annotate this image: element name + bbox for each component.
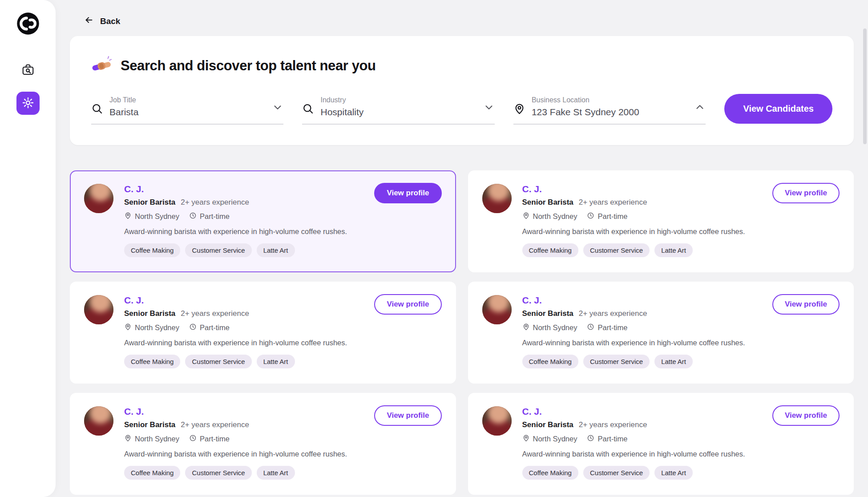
back-button[interactable]: Back <box>84 15 120 27</box>
sidebar-item-job-search[interactable] <box>16 59 40 82</box>
brand-logo[interactable] <box>16 12 40 36</box>
candidate-experience: 2+ years experience <box>579 420 647 429</box>
candidate-employment-type: Part-time <box>189 434 230 444</box>
skill-tag: Coffee Making <box>522 243 578 257</box>
brand-logo-icon <box>16 12 40 36</box>
sidebar-item-settings[interactable] <box>16 92 40 115</box>
candidate-skills: Coffee MakingCustomer ServiceLatte Art <box>124 466 442 480</box>
candidate-description: Award-winning barista with experience in… <box>124 450 442 458</box>
business-location-field[interactable]: Business Location 123 Fake St Sydney 200… <box>513 96 706 125</box>
location-pin-icon <box>522 323 530 332</box>
candidate-location: North Sydney <box>124 212 179 221</box>
scrollbar-thumb[interactable] <box>863 28 867 144</box>
chevron-up-icon[interactable] <box>694 101 706 115</box>
panel-heading: Search and discover top talent near you <box>91 55 832 77</box>
candidate-title: Senior Barista <box>522 198 573 207</box>
candidate-avatar <box>482 184 512 213</box>
skill-tag: Latte Art <box>257 355 295 368</box>
candidate-card[interactable]: C. J. Senior Barista 2+ years experience <box>70 393 456 495</box>
candidate-title: Senior Barista <box>124 309 175 318</box>
search-icon <box>302 103 314 117</box>
candidate-experience: 2+ years experience <box>579 309 647 318</box>
candidate-description: Award-winning barista with experience in… <box>522 339 840 347</box>
job-title-value: Barista <box>109 107 266 117</box>
clock-icon <box>189 434 197 444</box>
candidate-location: North Sydney <box>522 212 577 221</box>
location-pin-icon <box>124 212 132 221</box>
skill-tag: Customer Service <box>185 466 251 480</box>
candidate-skills: Coffee MakingCustomer ServiceLatte Art <box>522 355 840 368</box>
candidate-avatar <box>84 406 113 436</box>
candidate-location: North Sydney <box>522 434 577 444</box>
view-profile-button[interactable]: View profile <box>374 183 441 203</box>
industry-label: Industry <box>320 96 476 104</box>
skill-tag: Latte Art <box>257 243 295 257</box>
view-profile-button[interactable]: View profile <box>374 294 441 315</box>
candidate-skills: Coffee MakingCustomer ServiceLatte Art <box>522 243 840 257</box>
skill-tag: Coffee Making <box>522 355 578 368</box>
location-pin-icon <box>522 212 530 221</box>
clock-icon <box>587 323 594 332</box>
candidate-grid: C. J. Senior Barista 2+ years experience <box>70 170 854 495</box>
location-pin-icon <box>124 434 132 444</box>
main-content: Back Search and discover top talent near… <box>56 0 868 497</box>
skill-tag: Latte Art <box>654 355 693 368</box>
industry-field[interactable]: Industry Hospitality <box>302 96 494 125</box>
skill-tag: Customer Service <box>583 355 650 368</box>
candidate-location: North Sydney <box>522 323 577 332</box>
candidate-avatar <box>84 184 113 213</box>
candidate-card[interactable]: C. J. Senior Barista 2+ years experience <box>468 170 854 272</box>
candidate-skills: Coffee MakingCustomer ServiceLatte Art <box>124 355 442 368</box>
search-fields-row: Job Title Barista Industry Hosp <box>91 94 832 125</box>
skill-tag: Latte Art <box>654 466 693 480</box>
candidate-title: Senior Barista <box>124 420 175 429</box>
view-profile-button[interactable]: View profile <box>772 405 840 426</box>
business-location-value: 123 Fake St Sydney 2000 <box>532 107 688 117</box>
skill-tag: Coffee Making <box>124 466 180 480</box>
back-row: Back <box>70 15 854 27</box>
skill-tag: Customer Service <box>185 243 251 257</box>
candidate-card[interactable]: C. J. Senior Barista 2+ years experience <box>468 393 854 495</box>
clock-icon <box>587 434 594 444</box>
chevron-down-icon[interactable] <box>272 101 283 115</box>
candidate-card[interactable]: C. J. Senior Barista 2+ years experience <box>70 170 456 272</box>
candidate-title: Senior Barista <box>522 420 573 429</box>
candidate-description: Award-winning barista with experience in… <box>124 339 442 347</box>
candidate-card[interactable]: C. J. Senior Barista 2+ years experience <box>70 282 456 384</box>
candidate-skills: Coffee MakingCustomer ServiceLatte Art <box>124 243 442 257</box>
candidate-employment-type: Part-time <box>189 323 230 332</box>
sidebar <box>0 0 56 497</box>
view-profile-button[interactable]: View profile <box>374 405 441 426</box>
candidate-experience: 2+ years experience <box>181 198 249 207</box>
skill-tag: Customer Service <box>185 355 251 368</box>
candidate-card[interactable]: C. J. Senior Barista 2+ years experience <box>468 282 854 384</box>
clock-icon <box>189 212 197 221</box>
industry-value: Hospitality <box>320 107 476 117</box>
back-label: Back <box>100 16 120 26</box>
search-icon <box>91 103 103 117</box>
candidate-description: Award-winning barista with experience in… <box>522 450 840 458</box>
candidate-skills: Coffee MakingCustomer ServiceLatte Art <box>522 466 840 480</box>
job-title-field[interactable]: Job Title Barista <box>91 96 283 125</box>
location-pin-icon <box>124 323 132 332</box>
search-panel: Search and discover top talent near you … <box>70 36 854 145</box>
skill-tag: Coffee Making <box>124 355 180 368</box>
view-candidates-button[interactable]: View Candidates <box>724 94 832 124</box>
candidate-description: Award-winning barista with experience in… <box>522 227 840 236</box>
view-profile-button[interactable]: View profile <box>772 183 840 203</box>
briefcase-search-icon <box>21 63 35 78</box>
skill-tag: Latte Art <box>257 466 295 480</box>
clock-icon <box>189 323 197 332</box>
candidate-avatar <box>84 295 113 324</box>
candidate-employment-type: Part-time <box>189 212 230 221</box>
job-title-label: Job Title <box>109 96 266 104</box>
view-profile-button[interactable]: View profile <box>772 294 840 315</box>
clock-icon <box>587 212 594 221</box>
skill-tag: Coffee Making <box>124 243 180 257</box>
candidate-employment-type: Part-time <box>587 212 627 221</box>
business-location-label: Business Location <box>532 96 688 104</box>
chevron-down-icon[interactable] <box>483 101 495 115</box>
arrow-left-icon <box>84 15 94 27</box>
skill-tag: Customer Service <box>583 466 650 480</box>
candidate-experience: 2+ years experience <box>181 420 249 429</box>
